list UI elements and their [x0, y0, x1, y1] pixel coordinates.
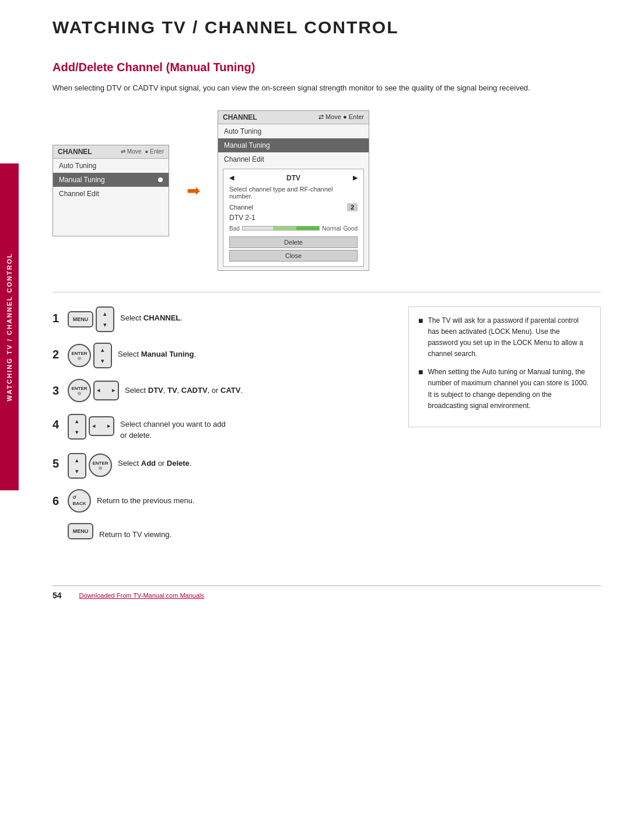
- diagrams-row: CHANNEL ⇄ Move ● Enter Auto Tuning Manua…: [52, 110, 601, 271]
- step-number-5: 5: [52, 458, 62, 469]
- menu-title-left: CHANNEL: [58, 148, 92, 156]
- note-1: ■ The TV will ask for a password if pare…: [418, 315, 591, 360]
- enter-dot: [78, 357, 81, 360]
- side-tab: WATCHING TV / CHANNEL CONTROL: [0, 163, 19, 490]
- step-number-2: 2: [52, 348, 62, 360]
- step-number-4: 4: [52, 419, 62, 430]
- step-6-text: Return to the previous menu.: [97, 495, 195, 507]
- step-2: 2 ENTER ▴ ▾ Select Manual Tuning.: [52, 343, 391, 368]
- enter-button-icon-2: ENTER: [68, 344, 91, 367]
- step-3: 3 ENTER ◂ ▸ Select DTV, TV, CADTV, or CA…: [52, 379, 391, 402]
- close-button[interactable]: Close: [229, 250, 358, 262]
- signal-bar-row: Bad Normal Good: [229, 225, 358, 232]
- steps-left: 1 MENU ▴ ▾ Select CHANNEL. 2: [52, 306, 391, 551]
- note-2: ■ When setting the Auto tuning or Manual…: [418, 367, 591, 412]
- nav-hint-left: ⇄ Move ● Enter: [121, 148, 164, 155]
- step-number-1: 1: [52, 312, 62, 324]
- steps-section: 1 MENU ▴ ▾ Select CHANNEL. 2: [52, 306, 601, 551]
- dtv-name: DTV 2-1: [229, 214, 358, 222]
- back-button-icon: ↺BACK: [68, 489, 91, 513]
- arrow-down-icon-4: ▾: [75, 428, 79, 436]
- menu-item-manual-tuning-right: Manual Tuning: [218, 138, 369, 152]
- step-6: 6 ↺BACK Return to the previous menu.: [52, 489, 391, 513]
- step-number-3: 3: [52, 385, 62, 396]
- arrow-right-icon-3: ▸: [112, 386, 116, 394]
- arrow-up-icon-2: ▴: [101, 346, 104, 354]
- signal-bad-label: Bad: [229, 225, 240, 232]
- menu-header-right: CHANNEL ⇄ Move ● Enter: [218, 111, 369, 124]
- menu-item-auto-tuning-left: Auto Tuning: [53, 159, 169, 173]
- menu-button-icon: MENU: [68, 311, 93, 327]
- step-1: 1 MENU ▴ ▾ Select CHANNEL.: [52, 306, 391, 332]
- step-7-text: Return to TV viewing.: [99, 529, 172, 541]
- sub-panel: ◀ DTV ▶ Select channel type and RF-chann…: [223, 169, 364, 267]
- lr-nav-3: ◂ ▸: [93, 381, 119, 400]
- signal-bar: [242, 226, 320, 231]
- step-3-text: Select DTV, TV, CADTV, or CATV.: [125, 385, 243, 396]
- section-description: When selecting DTV or CADTV input signal…: [52, 82, 531, 94]
- arrow-down-icon-5: ▾: [75, 468, 79, 475]
- channel-row: Channel 2: [229, 203, 358, 211]
- page-title: WATCHING TV / CHANNEL CONTROL: [52, 18, 601, 37]
- step-5-icons: ▴ ▾ ENTER: [68, 452, 112, 479]
- bullet-2: ■: [418, 367, 423, 378]
- nav-updown-5: ▴ ▾: [68, 453, 86, 479]
- notes-panel: ■ The TV will ask for a password if pare…: [408, 306, 601, 428]
- step-2-icons: ENTER ▴ ▾: [68, 343, 112, 368]
- arrow-up-icon-4: ▴: [75, 417, 79, 425]
- enter-dot-5: [99, 466, 102, 470]
- sub-panel-info: Select channel type and RF-channel numbe…: [229, 186, 358, 200]
- nav-updown-1: ▴ ▾: [96, 306, 114, 332]
- nav-hint-right: ⇄ Move ● Enter: [318, 113, 364, 121]
- note-2-text: When setting the Auto tuning or Manual t…: [428, 367, 591, 412]
- step-7-icons: MENU: [68, 523, 93, 539]
- arrow-down-icon: ▾: [103, 321, 107, 329]
- enter-button-icon-3: ENTER: [68, 379, 91, 402]
- arrow-left-icon-4: ◂: [92, 422, 96, 430]
- enter-dot-3: [78, 392, 81, 395]
- footer-link[interactable]: Downloaded From TV-Manual.com Manuals: [79, 592, 204, 599]
- footer: 54 Downloaded From TV-Manual.com Manuals: [52, 585, 601, 600]
- menu-title-right: CHANNEL: [223, 113, 257, 121]
- channel-label: Channel: [229, 204, 253, 211]
- menu-item-channel-edit-left: Channel Edit: [53, 187, 169, 201]
- lr-nav-4: ◂ ▸: [89, 416, 114, 436]
- delete-button[interactable]: Delete: [229, 236, 358, 248]
- dtv-arrow-right: ▶: [353, 174, 358, 182]
- menu-item-channel-edit-right: Channel Edit: [218, 152, 369, 166]
- step-1-text: Select CHANNEL.: [120, 312, 183, 324]
- channel-menu-left: CHANNEL ⇄ Move ● Enter Auto Tuning Manua…: [52, 145, 169, 236]
- dtv-arrow-left: ◀: [229, 174, 234, 182]
- channel-menu-right: CHANNEL ⇄ Move ● Enter Auto Tuning Manua…: [218, 110, 369, 271]
- arrow-right-icon-4: ▸: [107, 422, 111, 430]
- step-4: 4 ▴ ▾ ◂ ▸ Select channel you want to add…: [52, 413, 391, 441]
- menu-item-auto-tuning-right: Auto Tuning: [218, 124, 369, 138]
- arrow-right: ➡: [187, 181, 200, 200]
- dtv-selector-row: ◀ DTV ▶: [229, 174, 358, 182]
- note-1-text: The TV will ask for a password if parent…: [428, 315, 591, 360]
- step-7: MENU Return to TV viewing.: [52, 523, 391, 541]
- signal-good-label: Good: [344, 225, 358, 232]
- arrow-up-icon-5: ▴: [75, 456, 79, 464]
- arrow-left-icon-3: ◂: [97, 386, 100, 394]
- signal-normal-label: Normal: [322, 225, 341, 232]
- section-title: Add/Delete Channel (Manual Tuning): [52, 61, 601, 74]
- menu-item-manual-tuning-left: Manual Tuning: [53, 173, 169, 187]
- menu-header-left: CHANNEL ⇄ Move ● Enter: [53, 145, 169, 159]
- selected-dot: [158, 177, 163, 182]
- sub-panel-btn-row: Delete Close: [229, 236, 358, 262]
- bullet-1: ■: [418, 315, 423, 327]
- step-6-icons: ↺BACK: [68, 489, 91, 513]
- page-number: 54: [52, 591, 62, 600]
- nav-updown-4: ▴ ▾: [68, 414, 86, 440]
- step-5-text: Select Add or Delete.: [118, 458, 191, 469]
- step-1-icons: MENU ▴ ▾: [68, 306, 114, 332]
- nav-updown-2: ▴ ▾: [93, 343, 112, 368]
- step-4-text: Select channel you want to addor delete.: [120, 419, 226, 441]
- step-number-6: 6: [52, 495, 62, 507]
- step-4-icons: ▴ ▾ ◂ ▸: [68, 413, 114, 440]
- menu-button-icon-7: MENU: [68, 523, 93, 539]
- channel-num: 2: [347, 203, 358, 211]
- divider: [52, 292, 601, 292]
- step-3-icons: ENTER ◂ ▸: [68, 379, 119, 402]
